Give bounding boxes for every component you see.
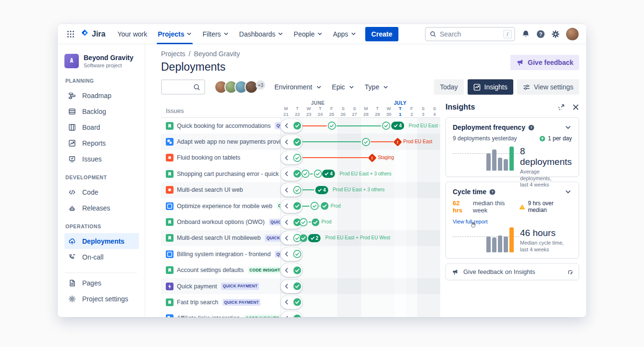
give-feedback-button[interactable]: Give feedback	[510, 55, 579, 70]
deployments-count-pill[interactable]: 4	[315, 186, 328, 194]
deploy-environment-label[interactable]: Prod EU East + Prod EU West	[325, 235, 390, 240]
deploy-status-outline-icon[interactable]	[293, 154, 301, 162]
collapse-card-icon[interactable]	[564, 188, 572, 196]
sidebar-item-project-settings[interactable]: Project settings	[64, 291, 139, 307]
search-placeholder: Search	[440, 30, 500, 38]
issue-cell[interactable]: Account settings defaultsCODE INSIGHTS	[161, 262, 280, 278]
deploy-environment-label[interactable]: Prod EU East + 3 others	[409, 123, 440, 128]
deploy-status-outline-icon[interactable]	[362, 138, 370, 146]
deploy-environment-label[interactable]: Prod	[322, 219, 332, 224]
deployments-count-pill[interactable]: 4	[391, 122, 404, 130]
deploy-status-outline-icon[interactable]	[293, 186, 301, 194]
collapse-card-icon[interactable]	[564, 124, 572, 131]
deploy-status-outline-icon[interactable]	[299, 218, 308, 226]
issue-cell[interactable]: Quick paymentQUICK PAYMENT	[161, 278, 280, 294]
deploy-status-outline-icon[interactable]	[310, 202, 319, 210]
deploy-failed-icon[interactable]: !	[394, 137, 402, 146]
deploy-status-filled-icon[interactable]	[293, 266, 301, 274]
sidebar-item-releases[interactable]: Releases	[64, 200, 139, 216]
deploy-status-filled-icon[interactable]	[293, 170, 301, 178]
filter-dropdown-type[interactable]: Type	[365, 83, 388, 91]
deploy-status-filled-icon[interactable]	[293, 122, 301, 130]
notifications-bell-icon[interactable]	[521, 30, 530, 38]
nav-item-dashboards[interactable]: Dashboards	[234, 24, 289, 44]
deploy-environment-label[interactable]: Prod EU East + 3 others	[333, 187, 384, 192]
sidebar-item-roadmap[interactable]: Roadmap	[64, 87, 139, 103]
sidebar-item-issues[interactable]: Issues	[64, 151, 139, 167]
help-circle-icon[interactable]: ?	[528, 124, 534, 131]
issue-type-story-icon	[166, 170, 173, 178]
issue-cell[interactable]: Fast trip searchQUICK PAYMENT	[161, 294, 280, 310]
deploy-status-filled-icon[interactable]	[293, 298, 301, 306]
issue-cell[interactable]: Optimize experience for mobile webCODE I…	[161, 198, 280, 214]
help-circle-icon[interactable]: ?	[489, 189, 495, 195]
deploy-environment-label[interactable]: Prod	[331, 203, 341, 209]
deploy-status-filled-icon[interactable]	[293, 314, 301, 317]
issue-title: Billing system integration - frontend	[177, 251, 271, 258]
deploy-status-filled-icon[interactable]	[293, 138, 301, 146]
nav-item-people[interactable]: People	[288, 24, 328, 44]
settings-gear-icon[interactable]	[551, 30, 560, 38]
user-avatar[interactable]	[566, 28, 579, 40]
sidebar-item-deployments[interactable]: Deployments	[64, 233, 139, 249]
deployments-count-pill[interactable]: 4	[322, 170, 335, 178]
issue-cell[interactable]: Billing system integration - frontendQUI…	[161, 246, 280, 262]
sidebar-item-backlog[interactable]: Backlog	[64, 103, 139, 119]
issue-cell[interactable]: Fluid booking on tablets	[161, 150, 280, 166]
nav-item-filters[interactable]: Filters	[197, 24, 234, 44]
deploy-status-filled-icon[interactable]	[293, 282, 301, 290]
deploy-status-filled-icon[interactable]	[321, 202, 329, 210]
help-icon[interactable]: ?	[536, 30, 545, 38]
breadcrumb-link-beyond-gravity[interactable]: Beyond Gravity	[194, 50, 240, 58]
issue-cell[interactable]: Quick booking for accommodationsQUICK BO…	[161, 118, 280, 134]
sidebar-item-code[interactable]: Code	[64, 184, 139, 200]
global-search-input[interactable]: Search /	[425, 27, 515, 41]
filter-dropdown-environment[interactable]: Environment	[274, 83, 322, 91]
deploy-status-filled-icon[interactable]	[299, 234, 308, 242]
jira-logo[interactable]: Jira	[80, 29, 105, 39]
deploy-environment-label[interactable]: Staging	[378, 155, 394, 160]
create-button[interactable]: Create	[365, 27, 399, 41]
project-header[interactable]: Beyond Gravity Software project	[64, 54, 141, 68]
expand-panel-icon[interactable]	[557, 103, 565, 111]
deploy-status-outline-icon[interactable]	[301, 170, 310, 178]
deploy-environment-label[interactable]: Prod EU East	[403, 139, 433, 144]
sidebar-item-label: Project settings	[82, 295, 128, 303]
epic-label-chip: QUICK PAYMENT	[223, 299, 260, 306]
chevron-left-icon	[285, 155, 288, 161]
deploy-environment-label[interactable]: Prod EU East + 3 others	[339, 171, 391, 176]
issue-cell[interactable]: Multi-dest search UI web	[161, 182, 280, 198]
today-button[interactable]: Today	[434, 79, 463, 95]
deploy-status-filled-icon[interactable]	[311, 218, 320, 226]
deploy-status-outline-icon[interactable]	[293, 250, 301, 258]
deployments-count-pill[interactable]: 2	[308, 234, 321, 242]
breadcrumb-link-projects[interactable]: Projects	[161, 50, 186, 58]
sidebar-item-reports[interactable]: Reports	[64, 135, 139, 151]
issue-cell[interactable]: Affiliate links integrationCODE INSIGHTS	[161, 310, 280, 317]
deploy-status-outline-icon[interactable]	[328, 122, 336, 130]
issue-cell[interactable]: Onboard workout options (OWO)QUICK IMPRO…	[161, 214, 280, 230]
nav-item-apps[interactable]: Apps	[328, 24, 361, 44]
chart-bar	[504, 236, 508, 252]
issue-cell[interactable]: Multi-dest search UI mobilewebQUICK PAYM…	[161, 230, 280, 246]
nav-item-projects[interactable]: Projects	[152, 24, 197, 44]
sidebar-item-on-call[interactable]: On-call	[64, 249, 139, 265]
view-settings-button[interactable]: View settings	[517, 79, 579, 95]
app-switcher-icon[interactable]	[63, 27, 78, 41]
insights-feedback-card[interactable]: Give feedback on Insights	[446, 263, 579, 280]
sidebar-item-pages[interactable]: Pages	[64, 275, 139, 291]
avatar-overflow-badge[interactable]: +3	[256, 80, 265, 90]
timeline-search-input[interactable]	[161, 79, 205, 95]
issue-cell[interactable]: Shopping cart purchasing error - quick f…	[161, 166, 280, 182]
nav-item-your-work[interactable]: Your work	[112, 24, 152, 44]
issue-cell[interactable]: Adapt web app no new payments provider	[161, 134, 280, 149]
close-panel-icon[interactable]	[572, 104, 579, 111]
insights-button[interactable]: Insights	[468, 79, 513, 95]
deploy-status-outline-icon[interactable]	[314, 170, 322, 178]
deploy-status-filled-icon[interactable]	[293, 202, 301, 210]
sidebar-item-board[interactable]: Board	[64, 119, 139, 135]
deploy-failed-icon[interactable]: !	[368, 153, 377, 162]
filter-dropdown-epic[interactable]: Epic	[332, 83, 354, 91]
deployment-pipeline: 4Prod EU East + 3 others	[280, 182, 440, 198]
deploy-status-outline-icon[interactable]	[382, 122, 390, 130]
